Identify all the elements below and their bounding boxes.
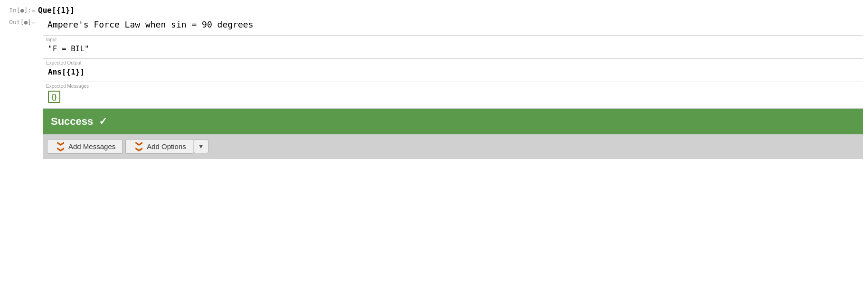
dropdown-arrow-icon: ▼ bbox=[198, 143, 204, 150]
messages-content: {} bbox=[43, 82, 863, 108]
add-messages-button[interactable]: ❮❮ Add Messages bbox=[47, 139, 123, 154]
in-label: In[●]:= bbox=[0, 6, 38, 14]
expected-output-label: Expected Output bbox=[46, 60, 82, 65]
add-options-icon: ❮❮ bbox=[134, 141, 142, 152]
expected-messages-label: Expected Messages bbox=[46, 84, 89, 89]
add-options-dropdown-button[interactable]: ▼ bbox=[194, 140, 208, 153]
expected-messages-section: Expected Messages {} bbox=[43, 82, 863, 109]
curly-braces-icon: {} bbox=[48, 91, 60, 103]
test-block: Input "F = BIL" Expected Output Ans[{1}]… bbox=[43, 35, 863, 159]
output-line: Out[●]= Ampere's Force Law when sin = 90… bbox=[0, 17, 868, 35]
out-label: Out[●]= bbox=[0, 19, 38, 26]
input-label: Input bbox=[46, 37, 57, 42]
expected-output-section: Expected Output Ans[{1}] bbox=[43, 59, 863, 82]
add-options-label: Add Options bbox=[147, 142, 186, 150]
expected-output-content: Ans[{1}] bbox=[43, 59, 863, 82]
add-messages-icon: ❮❮ bbox=[56, 141, 64, 152]
notebook-cell: In[●]:= Que[{1}] Out[●]= Ampere's Force … bbox=[0, 0, 868, 159]
success-bar: Success ✓ bbox=[43, 109, 863, 134]
in-code: Que[{1}] bbox=[38, 6, 75, 15]
success-text: Success bbox=[51, 115, 93, 128]
add-options-button[interactable]: ❮❮ Add Options bbox=[125, 139, 193, 154]
input-code-value: "F = BIL" bbox=[48, 44, 89, 53]
input-line: In[●]:= Que[{1}] bbox=[0, 4, 868, 17]
button-bar: ❮❮ Add Messages ❮❮ Add Options ▼ bbox=[43, 134, 863, 159]
add-messages-label: Add Messages bbox=[68, 142, 115, 150]
expected-output-code-value: Ans[{1}] bbox=[48, 67, 85, 76]
success-checkmark: ✓ bbox=[99, 115, 107, 128]
output-text: Ampere's Force Law when sin = 90 degrees bbox=[38, 19, 253, 29]
input-section: Input "F = BIL" bbox=[43, 36, 863, 59]
input-content: "F = BIL" bbox=[43, 36, 863, 58]
